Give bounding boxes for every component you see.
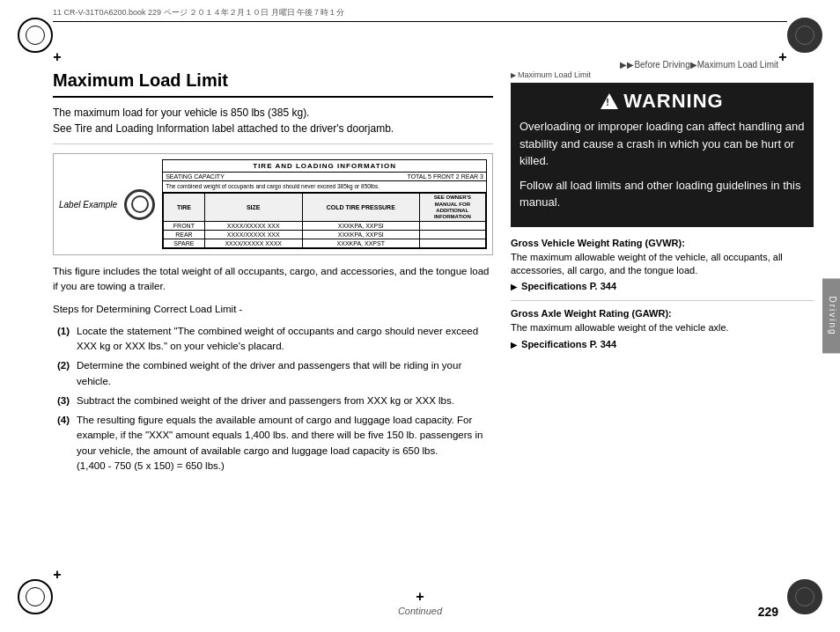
- warning-paragraph-1: Overloading or improper loading can affe…: [519, 118, 805, 170]
- tire-spare-pressure: XXXKPA, XXPST: [302, 239, 419, 248]
- tire-table-header-row: TIRE SIZE COLD TIRE PRESSURE SEE OWNER'S…: [164, 194, 486, 222]
- label-example-box: Label Example TIRE AND LOADING INFORMATI…: [53, 153, 493, 255]
- warning-body: Overloading or improper loading can affe…: [519, 118, 805, 211]
- tire-rear-size: XXXX/XXXXX XXX: [204, 231, 302, 239]
- col-tire: TIRE: [164, 194, 205, 222]
- gawr-section: Gross Axle Weight Rating (GAWR): The max…: [511, 308, 814, 349]
- list-num-2: (2): [57, 358, 73, 389]
- gawr-body: The maximum allowable weight of the vehi…: [511, 321, 814, 334]
- gvwr-link-text: Specifications: [521, 281, 587, 291]
- col-size: SIZE: [204, 194, 302, 222]
- gawr-link-text: Specifications: [521, 339, 587, 349]
- gvwr-body: The maximum allowable weight of the vehi…: [511, 251, 814, 278]
- tire-rear-pressure: XXXKPA, XXPSI: [302, 231, 419, 239]
- list-num-4: (4): [57, 413, 73, 474]
- list-text-3: Subtract the combined weight of the driv…: [77, 393, 454, 408]
- list-item-4: (4) The resulting figure equals the avai…: [57, 413, 493, 474]
- col-manual: SEE OWNER'SMANUAL FORADDITIONALINFORMATI…: [419, 194, 485, 222]
- continued-label: Continued: [398, 606, 442, 616]
- intro-line2: See Tire and Loading Information label a…: [53, 121, 493, 136]
- corner-decoration-bl: [18, 579, 53, 614]
- tire-rear-manual: [419, 231, 485, 239]
- tire-icon: [124, 189, 155, 220]
- side-tab-label: Driving: [828, 296, 837, 335]
- seating-label: SEATING CAPACITY: [166, 173, 225, 180]
- page-title: Maximum Load Limit: [53, 70, 493, 98]
- list-text-1: Locate the statement "The combined weigh…: [77, 324, 493, 355]
- crosshair-tl: [48, 48, 66, 66]
- crosshair-bc: [411, 588, 429, 606]
- gvwr-link[interactable]: Specifications P. 344: [511, 281, 814, 291]
- gawr-link-ref: P. 344: [590, 339, 616, 349]
- list-num-1: (1): [57, 324, 73, 355]
- intro-text: The maximum load for your vehicle is 850…: [53, 105, 493, 144]
- list-item-2: (2) Determine the combined weight of the…: [57, 358, 493, 389]
- label-example-text: Label Example: [59, 200, 117, 209]
- tire-seating-row: SEATING CAPACITY TOTAL 5 FRONT 2 REAR 3: [163, 173, 486, 181]
- numbered-list: (1) Locate the statement "The combined w…: [57, 324, 493, 474]
- steps-label: Steps for Determining Correct Load Limit…: [53, 302, 493, 317]
- tire-table-container: TIRE AND LOADING INFORMATION SEATING CAP…: [162, 159, 487, 249]
- tire-row-front: FRONT XXXX/XXXXX XXX XXXKPA, XXPSI: [164, 222, 486, 231]
- warning-header: WARNING: [519, 90, 805, 113]
- tire-spare-size: XXXX/XXXXX XXXX: [204, 239, 302, 248]
- tire-front-size: XXXX/XXXXX XXX: [204, 222, 302, 231]
- tire-front-pressure: XXXKPA, XXPSI: [302, 222, 419, 231]
- tire-spare-label: SPARE: [164, 239, 205, 248]
- intro-line1: The maximum load for your vehicle is 850…: [53, 105, 493, 121]
- breadcrumb-text: ▶▶Before Driving▶Maximum Load Limit: [620, 60, 778, 70]
- tire-spare-manual: [419, 239, 485, 248]
- gvwr-section: Gross Vehicle Weight Rating (GVWR): The …: [511, 238, 814, 292]
- tire-table-title: TIRE AND LOADING INFORMATION: [163, 160, 486, 173]
- col-pressure: COLD TIRE PRESSURE: [302, 194, 419, 222]
- body-text: This figure includes the total weight of…: [53, 264, 493, 295]
- page-number-text: 229: [758, 605, 778, 619]
- top-bar-text: 11 CR-V-31T0A6200.book 229 ページ ２０１４年２月１０…: [53, 8, 344, 17]
- gvwr-title: Gross Vehicle Weight Rating (GVWR):: [511, 238, 814, 248]
- tire-front-label: FRONT: [164, 222, 205, 231]
- main-content: Maximum Load Limit The maximum load for …: [53, 70, 493, 588]
- list-item-3: (3) Subtract the combined weight of the …: [57, 393, 493, 408]
- tire-combined-note: The combined weight of occupants and car…: [163, 181, 486, 193]
- tire-row-spare: SPARE XXXX/XXXXX XXXX XXXKPA, XXPST: [164, 239, 486, 248]
- warning-box: WARNING Overloading or improper loading …: [511, 83, 814, 227]
- warning-title: WARNING: [623, 90, 723, 113]
- driving-side-tab: Driving: [822, 278, 840, 353]
- right-panel: Maximum Load Limit WARNING Overloading o…: [511, 70, 814, 588]
- warning-paragraph-2: Follow all load limits and other loading…: [519, 177, 805, 211]
- corner-decoration-tl: [18, 18, 53, 53]
- tire-data-table: TIRE SIZE COLD TIRE PRESSURE SEE OWNER'S…: [163, 193, 486, 248]
- nav-breadcrumb: ▶▶Before Driving▶Maximum Load Limit: [620, 60, 778, 70]
- list-num-3: (3): [57, 393, 73, 408]
- gawr-title: Gross Axle Weight Rating (GAWR):: [511, 308, 814, 319]
- gawr-link[interactable]: Specifications P. 344: [511, 339, 814, 349]
- page-number: 229: [758, 605, 778, 619]
- corner-decoration-tr: [787, 18, 822, 53]
- top-bar: 11 CR-V-31T0A6200.book 229 ページ ２０１４年２月１０…: [53, 7, 787, 22]
- list-item-1: (1) Locate the statement "The combined w…: [57, 324, 493, 355]
- seating-value: TOTAL 5 FRONT 2 REAR 3: [408, 173, 484, 180]
- tire-front-manual: [419, 222, 485, 231]
- warning-triangle-icon: [601, 93, 618, 109]
- tire-icon-inner: [131, 195, 149, 213]
- tire-row-rear: REAR XXXX/XXXXX XXX XXXKPA, XXPSI: [164, 231, 486, 239]
- right-panel-label: Maximum Load Limit: [511, 70, 814, 79]
- gvwr-link-ref: P. 344: [590, 281, 616, 291]
- tire-rear-label: REAR: [164, 231, 205, 239]
- list-text-2: Determine the combined weight of the dri…: [77, 358, 493, 389]
- list-text-4: The resulting figure equals the availabl…: [77, 413, 493, 474]
- divider: [511, 300, 814, 301]
